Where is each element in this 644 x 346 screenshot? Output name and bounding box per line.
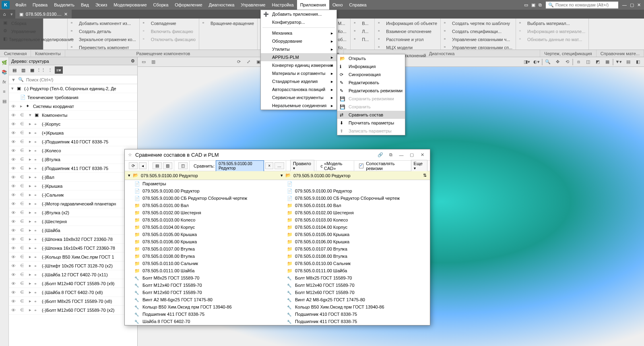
- tree-item[interactable]: 👁∈▸▫(-)Болт M12x40 ГОСТ 15589-70 (x9): [9, 279, 137, 288]
- rule-btn[interactable]: Правило ▾: [290, 160, 315, 172]
- model-tree[interactable]: ▾▣ (-) Редуктор (Тел-0, Сборочных единиц…: [9, 84, 137, 346]
- app-menu-item[interactable]: ➕Добавить приложения...: [261, 10, 336, 18]
- compare-row[interactable]: 078.505.0.0107.00 Втулка078.505.0.0107.0…: [125, 245, 430, 253]
- app-menu-item[interactable]: Материалы и сортаменты▸: [261, 69, 336, 77]
- menu-моделирование[interactable]: Моделирование: [110, 0, 150, 10]
- menu-окно[interactable]: Окно: [329, 0, 346, 10]
- gear-icon[interactable]: ⚙: [131, 58, 135, 64]
- menu-оформление[interactable]: Оформление: [171, 0, 205, 10]
- tree-item[interactable]: 👁∈▸▫(-)Шайба 12 ГОСТ 6402-70 (x11): [9, 270, 137, 279]
- vt-11[interactable]: ▤: [624, 58, 633, 66]
- tree-item[interactable]: 👁∈▸▫(-)Мотор гидравлический планетарн: [9, 199, 137, 208]
- tree-tool-3[interactable]: ▦: [28, 66, 36, 74]
- appius-plm-submenu[interactable]: 📂ОткрытьℹИнформация⟳Синхронизация✎Редакт…: [337, 54, 405, 135]
- tree-item[interactable]: 👁∈▸▫(+)Крышка: [9, 128, 137, 137]
- vt-zoom[interactable]: 🔍: [543, 58, 552, 66]
- vt-10[interactable]: ▦: [603, 58, 612, 66]
- ribbon-cmd[interactable]: Выбрать материал...: [518, 19, 587, 27]
- app-menu-item[interactable]: Стандартные изделия▸: [261, 77, 336, 85]
- compare-row[interactable]: 078.505.0.0105.00 Крышка078.505.0.0105.0…: [125, 231, 430, 238]
- refresh-btn[interactable]: ⟳: [129, 162, 138, 169]
- close-icon[interactable]: ✕: [418, 152, 427, 157]
- maximize-icon[interactable]: ▢: [630, 2, 634, 7]
- plm-menu-item[interactable]: 📂Открыть: [337, 54, 405, 62]
- ribbon-cmd[interactable]: Расстояние и угол: [376, 35, 439, 44]
- vt-4[interactable]: ⤢: [244, 58, 253, 66]
- app-menu-item[interactable]: Конвертер единиц измерения▸: [261, 61, 336, 69]
- tree-item[interactable]: 👁∈▸▫(-)Болт M8x25 ГОСТ 15589-70 (x8): [9, 297, 137, 306]
- tree-tool-2[interactable]: ▥: [19, 66, 27, 74]
- ribbon-cmd[interactable]: Создать чертеж по шаблону: [442, 19, 514, 27]
- maximize-icon[interactable]: ▢: [407, 152, 416, 157]
- plm-menu-item[interactable]: ✎Редактировать: [337, 79, 405, 87]
- ribbon-cmd[interactable]: Включить фиксацию: [141, 27, 197, 35]
- menu-выделить[interactable]: Выделить: [51, 0, 78, 10]
- compare-row[interactable]: Шайба 8 ГОСТ 6402-70Подшипник 411 ГОСТ 8…: [125, 318, 430, 325]
- compare-row[interactable]: 078.505.0.0110.00 Сальник078.505.0.0110.…: [125, 260, 430, 267]
- vt-1[interactable]: ▭: [139, 58, 148, 66]
- tree-item[interactable]: 👁∈▸▫(-)Шестерня: [9, 217, 137, 226]
- compare-row[interactable]: 078.505.0.0111.00 Шайба078.505.0.0111.00…: [125, 267, 430, 274]
- window-controls[interactable]: —▢✕: [621, 2, 642, 8]
- tree-search[interactable]: ▼ 🔍: [9, 75, 137, 84]
- ribbon-assembly-btn[interactable]: ▣Сборка: [2, 19, 41, 27]
- compare-value[interactable]: 079.505.9.0100.00 Редуктор: [216, 160, 264, 172]
- pick-compare-btn[interactable]: …: [275, 162, 284, 169]
- plm-menu-item[interactable]: ⟳Синхронизация: [337, 70, 405, 79]
- plm-menu-item[interactable]: ⇄Сравнить состав: [337, 111, 405, 119]
- tree-coord-sys[interactable]: 👁▸✦ Системы координат: [9, 102, 137, 111]
- tree-item[interactable]: 👁∈▸▫(-)Подшипник 411 ГОСТ 8338-75: [9, 164, 137, 173]
- ribbon-cmd[interactable]: Создать спецификаци...: [442, 27, 514, 35]
- dock-icon[interactable]: ⧉: [386, 152, 395, 157]
- tree-tool-5[interactable]: ⋮: [46, 66, 54, 74]
- compare-row[interactable]: Болт M12x40 ГОСТ 15589-70Болт M12x40 ГОС…: [125, 282, 430, 289]
- tree-item[interactable]: 👁∈▸▫(-)Подшипник 410 ГОСТ 8338-75: [9, 137, 137, 146]
- compare-row[interactable]: 079.505.9.0100.00 Редуктор079.505.9.0100…: [125, 187, 430, 195]
- menu-справка[interactable]: Справка: [346, 0, 370, 10]
- tool-b[interactable]: ▥: [163, 162, 172, 169]
- vt-8[interactable]: ◫: [584, 58, 592, 66]
- vt-pan[interactable]: ✥: [553, 58, 562, 66]
- favorite-icon[interactable]: ☆: [128, 152, 132, 157]
- compare-body[interactable]: Параметры079.505.9.0100.00 Редуктор079.5…: [125, 180, 430, 325]
- ribbon-cmd[interactable]: Отключить фиксацию: [141, 35, 197, 44]
- tree-item[interactable]: 👁∈▸▫(-)Втулка (x2): [9, 208, 137, 217]
- app-menu-item[interactable]: Конфигуратор...: [261, 18, 336, 26]
- menu-эскиз[interactable]: Эскиз: [92, 0, 110, 10]
- tree-item[interactable]: 👁∈▸▫(-)Шайба: [9, 226, 137, 235]
- tree-item[interactable]: 👁∈▸▫(-)Шайба 8 ГОСТ 6402-70 (x8): [9, 288, 137, 297]
- ribbon-cmd[interactable]: Л...: [352, 27, 373, 35]
- ribbon-cmd[interactable]: Зеркальное отражение ко...: [69, 35, 138, 44]
- tree-tool-6[interactable]: ≡▾: [55, 66, 63, 74]
- compare-row[interactable]: Параметры: [125, 180, 430, 187]
- menu-файл[interactable]: Файл: [12, 0, 29, 10]
- compare-row[interactable]: Болт M12x60 ГОСТ 15589-70Болт M12x60 ГОС…: [125, 289, 430, 296]
- ribbon-cmd[interactable]: Управление связанными ч...: [442, 35, 514, 44]
- menu-сборка[interactable]: Сборка: [150, 0, 172, 10]
- vt-shade[interactable]: ◐▾: [532, 58, 541, 66]
- menu-вид[interactable]: Вид: [78, 0, 92, 10]
- compare-row[interactable]: Подшипник 411 ГОСТ 8338-75Подшипник 410 …: [125, 311, 430, 318]
- plm-menu-item[interactable]: ⬇Прочитать параметры: [337, 119, 405, 127]
- rail-layers-icon[interactable]: ≡: [1, 88, 8, 95]
- tree-item[interactable]: 👁∈▸▫(-)Корпус: [9, 120, 137, 128]
- compare-row[interactable]: Болт M8x25 ГОСТ 15589-70Болт M8x25 ГОСТ …: [125, 274, 430, 282]
- compare-row[interactable]: 078.505.0.0104.00 Корпус078.505.0.0104.0…: [125, 224, 430, 231]
- rail-tree-icon[interactable]: 🌿: [1, 59, 8, 66]
- menu-диагностика[interactable]: Диагностика: [206, 0, 238, 10]
- menu-настройка[interactable]: Настройка: [268, 0, 297, 10]
- app-menu-item[interactable]: Авторасстановка позиций▸: [261, 85, 336, 93]
- tool-a[interactable]: ▤: [153, 162, 162, 169]
- vt-7[interactable]: ⧈: [574, 58, 583, 66]
- rail-variables-icon[interactable]: ▤: [1, 97, 8, 105]
- tree-item[interactable]: 👁∈▸▫(-)Болт M12x60 ГОСТ 15589-70 (x2): [9, 306, 137, 315]
- tree-item[interactable]: 👁∈▸▫(-)Сальник: [9, 191, 137, 199]
- ribbon-cmd[interactable]: Создать деталь: [69, 27, 138, 35]
- tree-item[interactable]: 👁∈▸▫(-)Шпонка 16x10x45 ГОСТ 23360-78: [9, 244, 137, 253]
- vt-9[interactable]: ◩: [593, 58, 602, 66]
- tree-components[interactable]: 👁∈▾▣ Компоненты: [9, 111, 137, 120]
- ribbon-cmd[interactable]: Информация о материале...: [518, 27, 587, 35]
- chevron-down-icon[interactable]: ▾: [9, 12, 14, 17]
- compare-row[interactable]: 078.505.0.0106.00 Крышка078.505.0.0106.0…: [125, 238, 430, 245]
- tree-item[interactable]: 👁∈▸▫(-)Крышка: [9, 182, 137, 191]
